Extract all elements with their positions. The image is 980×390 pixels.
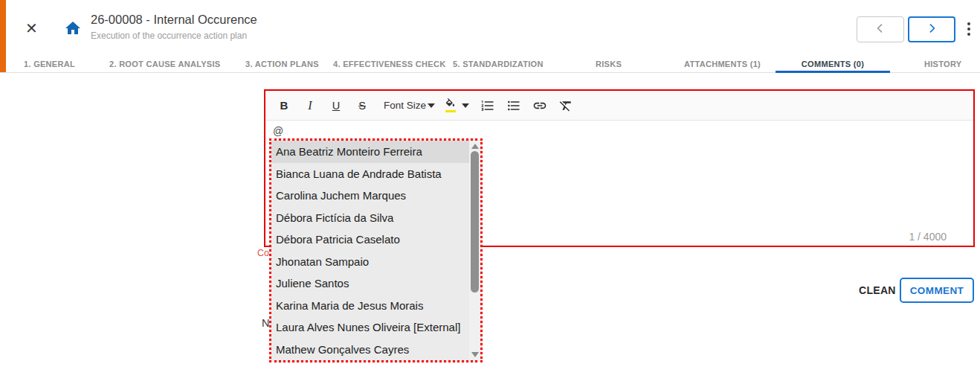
tab-root-cause-analysis[interactable]: 2. ROOT CAUSE ANALYSIS <box>109 60 220 68</box>
tab-action-plans[interactable]: 3. ACTION PLANS <box>245 60 319 68</box>
mention-item[interactable]: Carolina Juchem Marques <box>271 185 469 207</box>
comment-button[interactable]: COMMENT <box>900 278 974 303</box>
tab-effectiveness-check[interactable]: 4. EFFECTIVENESS CHECK <box>333 60 445 68</box>
mention-item[interactable]: Juliene Santos <box>271 272 469 295</box>
chevron-right-icon <box>926 22 938 37</box>
mention-item[interactable]: Débora Fictícia da Silva <box>271 207 469 229</box>
mention-item[interactable]: Bianca Luana de Andrade Batista <box>271 163 469 185</box>
italic-button[interactable]: I <box>301 95 319 116</box>
occurrence-detail-window: ✕ 26-00008 - Internal Occurence Executio… <box>0 0 980 390</box>
link-icon[interactable] <box>531 95 549 116</box>
unordered-list-icon[interactable] <box>505 95 523 116</box>
more-options-icon[interactable] <box>967 22 971 36</box>
obscured-red-label: Co <box>257 248 269 258</box>
tab-attachments[interactable]: ATTACHMENTS (1) <box>684 60 761 68</box>
clean-button[interactable]: CLEAN <box>859 284 896 296</box>
mention-item[interactable]: Jhonatan Sampaio <box>271 251 469 273</box>
home-icon[interactable] <box>64 19 82 37</box>
scrollbar-thumb[interactable] <box>471 151 479 292</box>
page-title: 26-00008 - Internal Occurence <box>91 13 257 27</box>
mention-suggestions-dropdown: Ana Beatriz Monteiro Ferreira Bianca Lua… <box>269 138 483 362</box>
editor-toolbar: B I U S Font Size <box>265 91 973 121</box>
tab-standardization[interactable]: 5. STANDARDIZATION <box>453 60 544 68</box>
underline-button[interactable]: U <box>327 95 345 116</box>
strikethrough-button[interactable]: S <box>353 95 371 116</box>
character-counter: 1 / 4000 <box>909 231 947 243</box>
highlight-caret-icon[interactable] <box>462 103 469 108</box>
chevron-left-icon <box>874 22 886 37</box>
clear-format-icon[interactable] <box>557 95 575 116</box>
tab-risks[interactable]: RISKS <box>596 60 622 68</box>
mention-item[interactable]: Mathew Gonçalves Cayres <box>271 339 469 361</box>
font-size-dropdown[interactable]: Font Size <box>384 95 426 116</box>
tab-history[interactable]: HISTORY <box>924 60 961 68</box>
dropdown-scrollbar[interactable] <box>469 141 480 360</box>
previous-button[interactable] <box>857 16 904 42</box>
tab-general[interactable]: 1. GENERAL <box>24 60 75 68</box>
next-button[interactable] <box>908 16 955 42</box>
tab-comments[interactable]: COMMENTS (0) <box>776 60 890 68</box>
font-size-caret-icon[interactable] <box>428 103 435 108</box>
mention-item[interactable]: Ana Beatriz Monteiro Ferreira <box>271 141 469 163</box>
scroll-up-icon[interactable] <box>471 144 479 149</box>
page-subtitle: Execution of the occurrence action plan <box>91 31 247 41</box>
scroll-down-icon[interactable] <box>471 352 479 357</box>
ordered-list-icon[interactable] <box>479 95 497 116</box>
ink-highlight-icon[interactable] <box>445 98 456 112</box>
mention-trigger-text: @ <box>273 125 283 137</box>
obscured-dark-label: N <box>262 317 269 329</box>
mention-item[interactable]: Débora Patricia Caselato <box>271 228 469 251</box>
mention-item[interactable]: Karina Maria de Jesus Morais <box>271 295 469 317</box>
highlight-color-bar <box>445 110 456 112</box>
mention-item[interactable]: Laura Alves Nunes Oliveira [External] <box>271 316 469 339</box>
bold-button[interactable]: B <box>275 95 293 116</box>
close-icon[interactable]: ✕ <box>25 20 38 36</box>
active-tab-underline <box>776 71 890 73</box>
orange-accent-bar <box>0 0 6 73</box>
mention-list: Ana Beatriz Monteiro Ferreira Bianca Lua… <box>271 141 469 360</box>
